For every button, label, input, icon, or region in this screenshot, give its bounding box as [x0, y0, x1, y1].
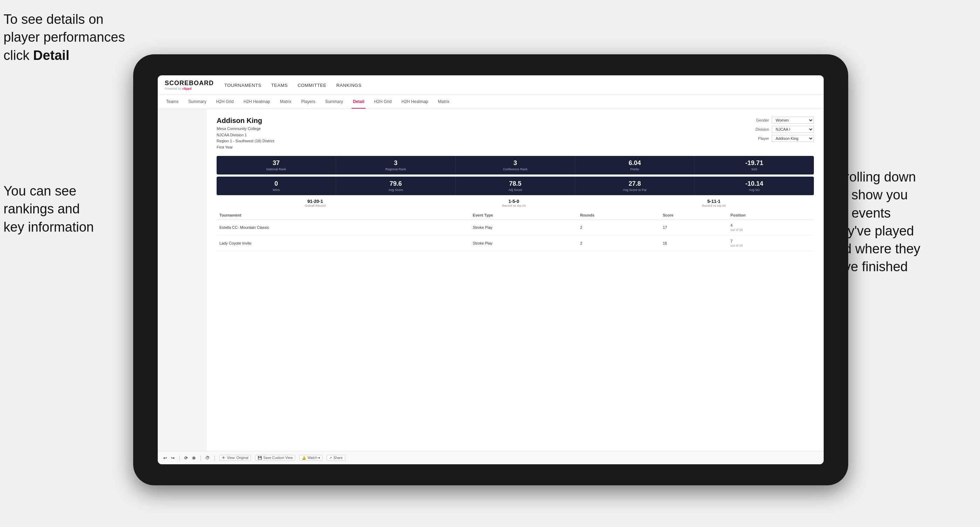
sub-nav-detail[interactable]: Detail [352, 95, 366, 109]
save-custom-view-button[interactable]: 💾 Save Custom View [255, 455, 295, 461]
share-button[interactable]: ↗ Share [327, 455, 345, 461]
col-position: Position [728, 211, 814, 220]
col-score: Score [660, 211, 728, 220]
top-nav: SCOREBOARD Powered by clippd TOURNAMENTS… [158, 75, 824, 95]
position-1: 4 out of 20 [728, 220, 814, 235]
rounds-1: 2 [577, 220, 660, 235]
nav-rankings[interactable]: RANKINGS [336, 82, 361, 88]
sub-nav-h2h-heatmap[interactable]: H2H Heatmap [242, 95, 272, 109]
sub-nav-summary2[interactable]: Summary [323, 95, 344, 109]
position-2: 7 out of 20 [728, 235, 814, 251]
player-division: NJCAA Division 1 [216, 132, 274, 138]
toolbar: ↩ ↪ | ⟳ ⊕ | ⏱ | 👁 View: Original 💾 Save … [158, 451, 824, 464]
stat-avg-sg: -10.14 Avg SG [695, 176, 814, 195]
table-row: Estella CC- Mountain Classic Stroke Play… [216, 220, 814, 235]
tablet-screen: SCOREBOARD Powered by clippd TOURNAMENTS… [158, 75, 824, 464]
spacer-1 [447, 220, 470, 235]
sub-nav-teams[interactable]: Teams [165, 95, 180, 109]
sub-nav: Teams Summary H2H Grid H2H Heatmap Matri… [158, 95, 824, 109]
sub-nav-players[interactable]: Players [300, 95, 317, 109]
col-spacer [447, 211, 470, 220]
stats-row-2: 0 Wins 79.6 Avg Score 78.5 Adj Score 27.… [216, 176, 814, 195]
player-filter-label: Player [750, 136, 769, 141]
stat-wins: 0 Wins [216, 176, 336, 195]
gender-label: Gender [750, 118, 769, 122]
col-rounds: Rounds [577, 211, 660, 220]
view-icon: 👁 [222, 456, 225, 460]
score-2: 16 [660, 235, 728, 251]
watch-button[interactable]: 🔔 Watch ▾ [299, 455, 323, 461]
rounds-2: 2 [577, 235, 660, 251]
table-row: Lady Coyote Invite Stroke Play 2 16 7 ou… [216, 235, 814, 251]
sub-nav-matrix[interactable]: Matrix [278, 95, 293, 109]
nav-committee[interactable]: COMMITTEE [298, 82, 327, 88]
nav-tournaments[interactable]: TOURNAMENTS [224, 82, 261, 88]
watch-icon: 🔔 [302, 456, 306, 460]
sub-nav-summary[interactable]: Summary [187, 95, 207, 109]
tournament-table: Tournament Event Type Rounds Score Posit… [216, 211, 814, 251]
logo-scoreboard: SCOREBOARD [165, 79, 214, 87]
logo-clippd: clippd [182, 87, 192, 90]
stat-avg-score: 79.6 Avg Score [336, 176, 456, 195]
left-sidebar [158, 109, 207, 451]
annotation-top-left: To see details on player performances cl… [3, 11, 151, 65]
share-icon: ↗ [329, 456, 332, 460]
overall-record: 91-20-1 Overall Record [305, 199, 326, 208]
division-select[interactable]: NJCAA I [772, 126, 814, 133]
player-header: Addison King Mesa Community College NJCA… [216, 117, 814, 150]
tournament-name-1: Estella CC- Mountain Classic [216, 220, 447, 235]
col-event-type: Event Type [470, 211, 577, 220]
undo-icon: ↩ [163, 456, 167, 460]
sub-nav-h2h-grid[interactable]: H2H Grid [215, 95, 235, 109]
stat-regional-rank: 3 Regional Rank [336, 156, 456, 175]
sub-nav-h2h-heatmap2[interactable]: H2H Heatmap [400, 95, 430, 109]
redo-icon: ↪ [171, 456, 175, 460]
col-tournament: Tournament [216, 211, 447, 220]
player-name: Addison King [216, 117, 274, 125]
record-top50: 5-11-1 Record vs top 50 [702, 199, 726, 208]
gender-select[interactable]: Women [772, 117, 814, 124]
logo-area: SCOREBOARD Powered by clippd [165, 79, 214, 90]
annotation-right: Scrolling down will show you the events … [829, 168, 977, 276]
player-region: Region 1 - Southwest (18) District [216, 138, 274, 144]
clock-icon: ⏱ [205, 456, 210, 460]
division-label: Division [750, 127, 769, 132]
record-top25: 1-5-0 Record vs top 25 [502, 199, 526, 208]
player-year: First Year [216, 144, 274, 151]
player-school: Mesa Community College [216, 126, 274, 132]
annotation-bottom-left: You can see rankings and key information [3, 182, 137, 236]
save-icon: 💾 [258, 456, 262, 460]
score-1: 17 [660, 220, 728, 235]
zoom-icon: ⊕ [192, 456, 196, 460]
player-select[interactable]: Addison King [772, 135, 814, 142]
refresh-icon: ⟳ [185, 456, 188, 460]
event-type-2: Stroke Play [470, 235, 577, 251]
stat-conference-rank: 3 Conference Rank [456, 156, 575, 175]
content-area: Addison King Mesa Community College NJCA… [207, 109, 824, 451]
tablet-frame: SCOREBOARD Powered by clippd TOURNAMENTS… [133, 54, 848, 485]
player-filter-row: Player Addison King [750, 135, 814, 142]
stat-adj-score: 78.5 Adj Score [456, 176, 575, 195]
tournament-name-2: Lady Coyote Invite [216, 235, 447, 251]
player-filters: Gender Women Division NJCAA I [750, 117, 814, 142]
event-type-1: Stroke Play [470, 220, 577, 235]
division-filter-row: Division NJCAA I [750, 126, 814, 133]
sub-nav-h2h-grid2[interactable]: H2H Grid [372, 95, 393, 109]
gender-filter-row: Gender Women [750, 117, 814, 124]
logo-powered: Powered by clippd [165, 87, 214, 90]
main-nav: TOURNAMENTS TEAMS COMMITTEE RANKINGS [224, 82, 361, 88]
stats-row-1: 37 National Rank 3 Regional Rank 3 Confe… [216, 156, 814, 175]
records-row: 91-20-1 Overall Record 1-5-0 Record vs t… [216, 199, 814, 208]
player-info: Addison King Mesa Community College NJCA… [216, 117, 274, 150]
view-original-button[interactable]: 👁 View: Original [220, 455, 251, 461]
stat-sos: -19.71 SoS [695, 156, 814, 175]
sub-nav-matrix2[interactable]: Matrix [437, 95, 451, 109]
spacer-2 [447, 235, 470, 251]
main-content: Addison King Mesa Community College NJCA… [158, 109, 824, 451]
stat-national-rank: 37 National Rank [216, 156, 336, 175]
nav-teams[interactable]: TEAMS [271, 82, 288, 88]
stat-avg-score-par: 27.8 Avg Score to Par [575, 176, 695, 195]
stat-points: 6.04 Points [575, 156, 695, 175]
